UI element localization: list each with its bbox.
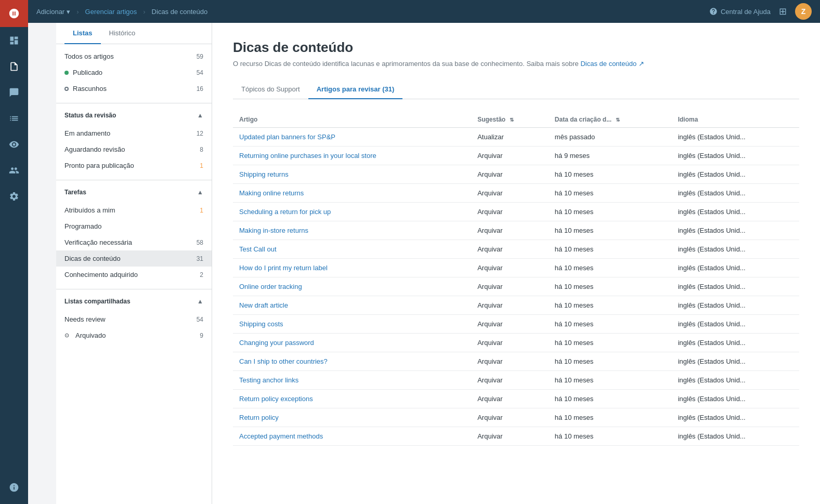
col-date[interactable]: Data da criação d... ⇅ [549,112,672,128]
sidebar-item-waiting-review[interactable]: Aguardando revisão 8 [56,141,212,157]
archived-count: 9 [200,332,203,339]
article-title-cell: How do I print my return label [233,259,471,277]
article-date-cell: há 10 meses [549,165,672,184]
tab-support-topics[interactable]: Tópicos do Support [233,80,308,99]
article-link[interactable]: Online order tracking [239,283,302,290]
article-date-cell: há 10 meses [549,240,672,259]
nav-settings[interactable] [0,184,28,209]
archived-left: ⊙ Arquivado [64,331,106,339]
tab-review-articles[interactable]: Artigos para revisar (31) [308,80,403,99]
assigned-me-count: 1 [200,207,203,214]
col-suggestion[interactable]: Sugestão ⇅ [471,112,549,128]
sidebar-item-needs-check[interactable]: Verificação necessária 58 [56,234,212,250]
sidebar-item-drafts[interactable]: Rascunhos 16 [56,81,212,97]
breadcrumb-sep1: › [76,8,79,16]
archived-label: Arquivado [75,331,106,339]
in-progress-count: 12 [197,130,203,137]
nav-articles[interactable] [0,54,28,79]
article-date-cell: há 10 meses [549,352,672,371]
article-suggestion-cell: Arquivar [471,315,549,334]
article-suggestion-cell: Arquivar [471,221,549,240]
sidebar-item-published[interactable]: Publicado 54 [56,64,212,81]
article-suggestion-cell: Arquivar [471,259,549,277]
needs-check-count: 58 [197,239,203,246]
article-link[interactable]: Return policy exceptions [239,395,313,403]
article-link[interactable]: Return policy [239,414,279,421]
add-menu[interactable]: Adicionar ▾ [36,8,70,16]
drafts-ring [64,87,69,91]
sidebar-item-archived[interactable]: ⊙ Arquivado 9 [56,327,212,343]
sidebar-scroll: Todos os artigos 59 Publicado 54 Rascunh… [56,44,212,504]
article-link[interactable]: New draft article [239,301,288,309]
article-title-cell: Online order tracking [233,277,471,296]
drafts-count: 16 [197,85,203,92]
tab-lists[interactable]: Listas [64,23,101,44]
article-suggestion-cell: Atualizar [471,128,549,147]
article-suggestion-cell: Arquivar [471,352,549,371]
waiting-review-label: Aguardando revisão [64,145,125,153]
avatar[interactable]: Z [795,3,812,20]
article-link[interactable]: Testing anchor links [239,376,298,384]
article-lang-cell: inglês (Estados Unid... [672,296,799,315]
in-progress-label: Em andamento [64,129,110,137]
nav-people[interactable] [0,158,28,183]
help-label: Central de Ajuda [721,8,771,16]
nav-dashboard[interactable] [0,28,28,53]
grid-icon[interactable]: ⊞ [779,6,787,17]
article-lang-cell: inglês (Estados Unid... [672,371,799,390]
assigned-me-label: Atribuídos a mim [64,206,115,214]
article-suggestion-cell: Arquivar [471,165,549,184]
table-row: Making in-store returnsArquivarhá 10 mes… [233,221,799,240]
article-link[interactable]: Accepted payment methods [239,432,323,440]
sidebar-item-ready-publish[interactable]: Pronto para publicação 1 [56,157,212,174]
tab-history[interactable]: Histórico [101,23,144,44]
article-link[interactable]: Shipping costs [239,320,283,328]
sidebar-item-scheduled[interactable]: Programado [56,218,212,234]
tasks-chevron-icon[interactable]: ▲ [197,189,203,196]
article-link[interactable]: Test Call out [239,245,277,253]
table-row: Return policyArquivarhá 10 mesesinglês (… [233,408,799,427]
sidebar-item-assigned-me[interactable]: Atribuídos a mim 1 [56,202,212,218]
nav-eye[interactable] [0,132,28,157]
help-button[interactable]: Central de Ajuda [709,7,771,16]
nav-support[interactable] [0,475,28,500]
article-link[interactable]: Returning online purchases in your local… [239,152,376,160]
article-link[interactable]: Scheduling a return for pick up [239,208,331,216]
sidebar-item-acquired-knowledge[interactable]: Conhecimento adquirido 2 [56,267,212,283]
nav-chat[interactable] [0,80,28,105]
article-lang-cell: inglês (Estados Unid... [672,427,799,446]
article-link[interactable]: Changing your password [239,339,314,347]
sidebar-item-all-articles[interactable]: Todos os artigos 59 [56,48,212,64]
sidebar-item-in-progress[interactable]: Em andamento 12 [56,125,212,141]
sidebar-item-needs-review[interactable]: Needs review 54 [56,311,212,327]
shared-chevron-icon[interactable]: ▲ [197,298,203,305]
article-suggestion-cell: Arquivar [471,277,549,296]
sidebar-item-content-tips[interactable]: Dicas de conteúdo 31 [56,250,212,267]
divider-2 [56,180,212,180]
page-desc-link[interactable]: Dicas de conteúdo ↗ [580,60,644,68]
article-link[interactable]: Making online returns [239,189,304,197]
nav-list[interactable] [0,106,28,131]
content-area: Dicas de conteúdo O recurso Dicas de con… [212,23,820,504]
article-link[interactable]: Can I ship to other countries? [239,357,328,365]
article-link[interactable]: How do I print my return label [239,264,328,272]
review-chevron-icon[interactable]: ▲ [197,112,203,119]
table-row: Making online returnsArquivarhá 10 meses… [233,184,799,203]
article-date-cell: mês passado [549,128,672,147]
needs-check-label: Verificação necessária [64,238,132,246]
article-link[interactable]: Making in-store returns [239,227,308,234]
article-title-cell: Testing anchor links [233,371,471,390]
col-article[interactable]: Artigo [233,112,471,128]
app-logo[interactable] [0,0,28,27]
article-link[interactable]: Updated plan banners for SP&P [239,133,335,141]
article-lang-cell: inglês (Estados Unid... [672,315,799,334]
article-suggestion-cell: Arquivar [471,184,549,203]
article-date-cell: há 10 meses [549,334,672,352]
article-lang-cell: inglês (Estados Unid... [672,203,799,221]
article-date-cell: há 10 meses [549,296,672,315]
table-row: Test Call outArquivarhá 10 mesesinglês (… [233,240,799,259]
suggestion-sort-icon: ⇅ [510,117,514,123]
breadcrumb-manage[interactable]: Gerenciar artigos [85,8,137,16]
article-link[interactable]: Shipping returns [239,170,289,178]
articles-table: Artigo Sugestão ⇅ Data da criação d... ⇅… [233,112,799,446]
